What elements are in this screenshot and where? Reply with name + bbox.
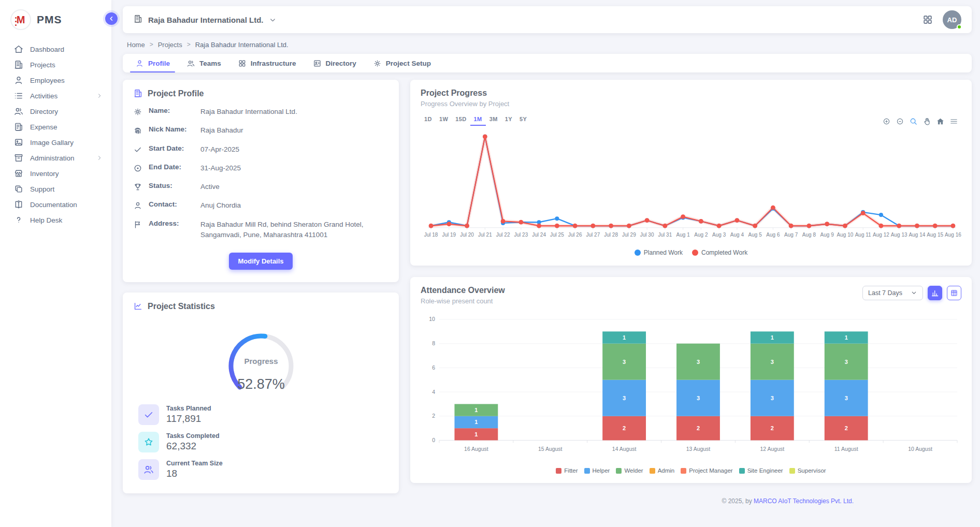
svg-text:3: 3: [623, 395, 626, 401]
profile-field-status: Status: Active: [133, 182, 388, 192]
attendance-bar-chart[interactable]: 024681016 August11115 August14 August233…: [421, 305, 961, 466]
sidebar-item-inventory[interactable]: Inventory: [0, 166, 111, 181]
apps-grid-button[interactable]: [922, 14, 933, 25]
chevron-right-icon: [96, 92, 103, 99]
app-logo[interactable]: M PMS: [0, 0, 111, 38]
svg-text:3: 3: [697, 359, 700, 365]
svg-text:Aug 12: Aug 12: [873, 232, 889, 238]
app-name: PMS: [37, 13, 62, 26]
range-button-1y[interactable]: 1Y: [501, 114, 516, 126]
range-button-1d[interactable]: 1D: [421, 114, 436, 126]
toolbar-menu-button[interactable]: [949, 117, 958, 126]
toolbar-zoomin-button[interactable]: [882, 117, 891, 126]
sidebar-item-label: Support: [30, 185, 103, 193]
sidebar-collapse-button[interactable]: [105, 12, 118, 25]
svg-text:3: 3: [771, 395, 774, 401]
sidebar-item-projects[interactable]: Projects: [0, 57, 111, 72]
legend-supervisor[interactable]: Supervisor: [789, 467, 826, 474]
store-icon: [13, 168, 24, 179]
range-button-3m[interactable]: 3M: [486, 114, 501, 126]
modify-details-button[interactable]: Modify Details: [229, 253, 292, 270]
sidebar-item-documentation[interactable]: Documentation: [0, 197, 111, 212]
sidebar-item-label: Help Desk: [30, 216, 103, 224]
stat-current-team-size: Current Team Size 18: [138, 459, 388, 480]
svg-text:Aug 13: Aug 13: [891, 232, 907, 238]
stat-value: 117,891: [166, 413, 211, 424]
gear-icon: [133, 107, 142, 116]
project-statistics-card: Project Statistics Progress 52.87% Tasks…: [123, 292, 399, 493]
svg-text:Jul 24: Jul 24: [532, 232, 546, 238]
toolbar-homeSolid-button[interactable]: [936, 117, 945, 126]
sidebar-item-image-gallary[interactable]: Image Gallary: [0, 135, 111, 150]
tab-infrastructure[interactable]: Infrastructure: [229, 54, 305, 72]
field-value: Raja Bahadur Mill Rd, behind Sheraton Gr…: [200, 219, 388, 241]
svg-text:3: 3: [623, 359, 626, 365]
profile-field-contact: Contact: Anuj Chordia: [133, 200, 388, 211]
footer-company-link[interactable]: MARCO AIoT Technologies Pvt. Ltd.: [754, 497, 854, 505]
breadcrumb-item-raja-bahadur-international-ltd[interactable]: Raja Bahadur International Ltd.: [195, 41, 289, 49]
range-button-1w[interactable]: 1W: [436, 114, 452, 126]
sidebar-item-dashboard[interactable]: Dashboard: [0, 41, 111, 57]
svg-text:Aug 9: Aug 9: [820, 232, 834, 238]
svg-text:0: 0: [432, 437, 435, 443]
profile-fields: Name: Raja Bahadur International Ltd. Ni…: [133, 107, 388, 240]
svg-text:1: 1: [771, 334, 774, 341]
homeSolid-icon: [936, 117, 945, 126]
fingerprint-icon: [133, 126, 142, 135]
sidebar-item-label: Employees: [30, 77, 103, 84]
breadcrumb-item-projects[interactable]: Projects: [158, 41, 182, 49]
project-progress-title: Project Progress: [421, 89, 961, 98]
legend-project-manager[interactable]: Project Manager: [681, 467, 732, 474]
sidebar-item-label: Documentation: [30, 201, 103, 209]
image-icon: [13, 137, 24, 148]
legend-welder[interactable]: Welder: [616, 467, 643, 474]
range-button-15d[interactable]: 15D: [452, 114, 470, 126]
legend-helper[interactable]: Helper: [584, 467, 610, 474]
sidebar-item-administration[interactable]: Administration: [0, 150, 111, 166]
tab-project-setup[interactable]: Project Setup: [365, 54, 439, 72]
sidebar-item-directory[interactable]: Directory: [0, 104, 111, 119]
toolbar-magnify-button[interactable]: [909, 117, 918, 126]
building-icon: [133, 89, 143, 98]
toolbar-zoomout-button[interactable]: [896, 117, 904, 126]
legend-fitter[interactable]: Fitter: [556, 467, 578, 474]
sidebar-item-expense[interactable]: Expense: [0, 119, 111, 135]
progress-line-chart[interactable]: Jul 18Jul 19Jul 20Jul 21Jul 22Jul 23Jul …: [421, 126, 961, 248]
chevron-right-icon: [96, 154, 103, 162]
table-view-toggle[interactable]: [947, 286, 961, 300]
stat-tasks-planned: Tasks Planned 117,891: [138, 404, 388, 425]
legend-site-engineer[interactable]: Site Engineer: [739, 467, 783, 474]
legend-completed-work[interactable]: Completed Work: [692, 249, 747, 256]
chevR-icon: [96, 92, 103, 99]
svg-text:Jul 26: Jul 26: [568, 232, 582, 238]
check-icon: [133, 145, 142, 154]
sidebar-item-activities[interactable]: Activities: [0, 88, 111, 104]
range-button-1m[interactable]: 1M: [470, 114, 486, 126]
range-button-5y[interactable]: 5Y: [516, 114, 530, 126]
tab-profile[interactable]: Profile: [127, 54, 178, 72]
sidebar-item-help-desk[interactable]: Help Desk: [0, 212, 111, 228]
star-icon: [143, 436, 154, 448]
company-selector[interactable]: Raja Bahadur International Ltd.: [133, 14, 277, 25]
profile-field-end-date: End Date: 31-Aug-2025: [133, 163, 388, 173]
tab-teams[interactable]: Teams: [178, 54, 229, 72]
toolbar-hand-button[interactable]: [923, 117, 931, 126]
breadcrumb-item-home[interactable]: Home: [127, 41, 145, 49]
legend-planned-work[interactable]: Planned Work: [635, 249, 683, 256]
svg-text:Jul 25: Jul 25: [550, 232, 564, 238]
attendance-title: Attendance Overview: [421, 286, 505, 295]
statistic-items: Tasks Planned 117,891 Tasks Completed 62…: [138, 404, 388, 485]
chart-view-toggle[interactable]: [928, 286, 942, 300]
user-avatar[interactable]: AD: [943, 10, 961, 29]
svg-text:Aug 2: Aug 2: [694, 232, 708, 238]
time-range-selector: 1D1W15D1M3M1Y5Y: [421, 114, 530, 126]
sidebar-item-employees[interactable]: Employees: [0, 72, 111, 88]
app-layout: M PMS DashboardProjectsEmployeesActiviti…: [0, 0, 980, 527]
receipt-icon: [13, 122, 24, 132]
tab-directory[interactable]: Directory: [305, 54, 365, 72]
legend-admin[interactable]: Admin: [650, 467, 675, 474]
sidebar-item-support[interactable]: Support: [0, 181, 111, 197]
archive-icon: [13, 153, 24, 163]
attendance-range-select[interactable]: Last 7 Days: [862, 286, 923, 300]
field-label: End Date:: [149, 163, 194, 171]
